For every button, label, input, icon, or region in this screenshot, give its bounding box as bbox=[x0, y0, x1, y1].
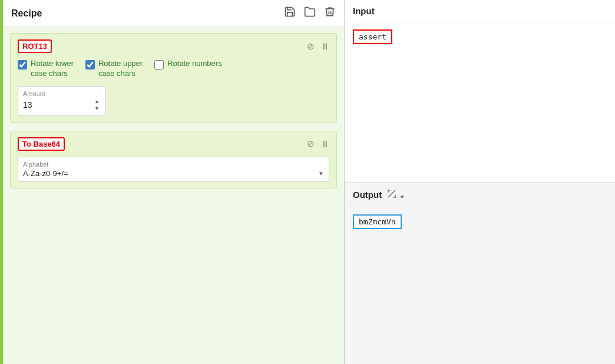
trash-icon[interactable] bbox=[324, 6, 336, 21]
recipe-header: Recipe bbox=[3, 0, 344, 27]
checkboxes-row: Rotate lower case chars Rotate upper cas… bbox=[18, 59, 329, 79]
amount-down-button[interactable]: ▼ bbox=[93, 105, 101, 112]
rotate-numbers-checkbox[interactable] bbox=[154, 60, 164, 70]
save-icon[interactable] bbox=[284, 6, 296, 21]
base64-disable-icon[interactable]: ⊘ bbox=[307, 138, 315, 149]
input-title: Input bbox=[353, 6, 375, 16]
input-content: assert bbox=[345, 22, 615, 182]
rotate-upper-label: Rotate upper case chars bbox=[98, 59, 143, 79]
alphabet-dropdown[interactable]: Alphabet A-Za-z0-9+/= ▼ bbox=[18, 157, 329, 182]
recipe-content: ROT13 ⊘ ⏸ Rotate lower case chars bbox=[3, 27, 344, 364]
rotate-numbers-item: Rotate numbers bbox=[154, 59, 222, 70]
amount-spinner: ▲ ▼ bbox=[93, 98, 101, 112]
rot13-header: ROT13 ⊘ ⏸ bbox=[18, 39, 329, 53]
amount-value-row: 13 ▲ ▼ bbox=[23, 98, 101, 112]
recipe-title: Recipe bbox=[11, 8, 42, 19]
output-section: Output ✦ bmZmcmVn bbox=[345, 183, 615, 365]
recipe-panel: Recipe bbox=[3, 0, 345, 364]
rotate-upper-item: Rotate upper case chars bbox=[85, 59, 143, 79]
output-title: Output bbox=[353, 190, 382, 200]
base64-header: To Base64 ⊘ ⏸ bbox=[18, 137, 329, 151]
rot13-block: ROT13 ⊘ ⏸ Rotate lower case chars bbox=[10, 33, 337, 123]
rot13-pause-icon[interactable]: ⏸ bbox=[320, 41, 329, 51]
rotate-numbers-label: Rotate numbers bbox=[167, 59, 222, 69]
rotate-lower-checkbox[interactable] bbox=[18, 60, 27, 70]
base64-controls: ⊘ ⏸ bbox=[307, 138, 329, 149]
folder-icon[interactable] bbox=[304, 6, 316, 21]
rotate-upper-checkbox[interactable] bbox=[85, 60, 95, 70]
rot13-disable-icon[interactable]: ⊘ bbox=[307, 41, 315, 52]
base64-block: To Base64 ⊘ ⏸ Alphabet A-Za-z0-9+/= ▼ bbox=[10, 131, 337, 188]
rot13-controls: ⊘ ⏸ bbox=[307, 41, 329, 52]
header-icons bbox=[284, 6, 336, 21]
amount-field: Amount 13 ▲ ▼ bbox=[18, 86, 106, 116]
input-section: Input assert bbox=[345, 0, 615, 183]
dropdown-arrow-icon: ▼ bbox=[318, 170, 324, 177]
output-header: Output ✦ bbox=[345, 183, 615, 207]
alphabet-value: A-Za-z0-9+/= bbox=[23, 169, 68, 178]
input-value[interactable]: assert bbox=[353, 29, 392, 44]
base64-title: To Base64 bbox=[18, 137, 65, 151]
amount-label: Amount bbox=[23, 90, 101, 97]
output-content: bmZmcmVn bbox=[345, 207, 615, 365]
amount-value: 13 bbox=[23, 100, 32, 110]
rotate-lower-label: Rotate lower case chars bbox=[31, 59, 74, 79]
svg-line-0 bbox=[388, 190, 395, 197]
input-header: Input bbox=[345, 0, 615, 22]
rotate-lower-item: Rotate lower case chars bbox=[18, 59, 74, 79]
magic-wand-icon[interactable]: ✦ bbox=[386, 188, 405, 201]
alphabet-label: Alphabet bbox=[23, 161, 324, 168]
right-panel: Input assert Output ✦ bmZmcmVn bbox=[345, 0, 615, 364]
base64-pause-icon[interactable]: ⏸ bbox=[320, 139, 329, 149]
alphabet-value-row: A-Za-z0-9+/= ▼ bbox=[23, 169, 324, 178]
amount-up-button[interactable]: ▲ bbox=[93, 98, 101, 105]
output-value: bmZmcmVn bbox=[353, 214, 402, 229]
rot13-title: ROT13 bbox=[18, 39, 52, 53]
